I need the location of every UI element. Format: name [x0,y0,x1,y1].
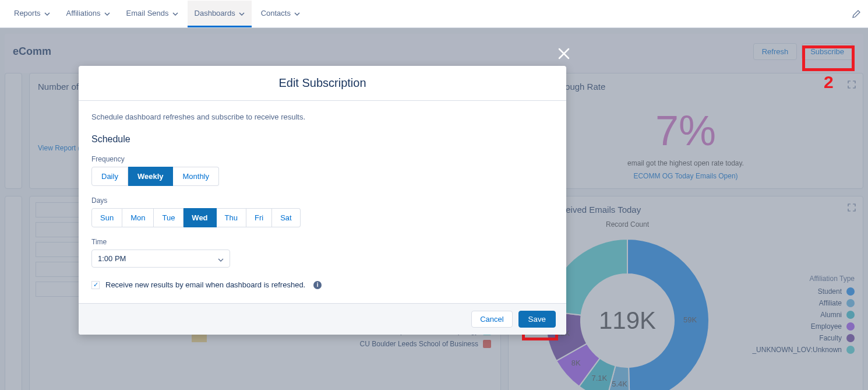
pencil-icon[interactable] [852,9,861,19]
frequency-monthly[interactable]: Monthly [173,167,219,186]
email-results-checkbox-row[interactable]: ✓ Receive new results by email when dash… [91,280,553,289]
chevron-down-icon [44,10,50,16]
frequency-daily[interactable]: Daily [91,167,128,186]
modal-footer: Cancel Save [79,303,566,335]
day-sat[interactable]: Sat [272,208,301,227]
day-mon[interactable]: Mon [122,208,154,227]
nav-dashboards[interactable]: Dashboards [188,1,252,27]
nav-reports-label: Reports [14,9,41,17]
nav-email-sends-label: Email Sends [126,9,169,17]
chevron-down-icon [104,10,110,16]
chevron-down-icon [294,10,300,16]
nav-reports[interactable]: Reports [7,1,57,27]
cancel-button[interactable]: Cancel [471,311,512,328]
top-nav: Reports Affiliations Email Sends Dashboa… [0,0,868,28]
days-label: Days [91,196,553,205]
frequency-group: DailyWeeklyMonthly [91,167,553,186]
nav-dashboards-label: Dashboards [195,9,235,17]
nav-affiliations[interactable]: Affiliations [59,1,117,27]
checkbox-checked-icon[interactable]: ✓ [91,281,100,289]
modal-section-heading: Schedule [91,134,553,145]
chevron-down-icon [218,256,224,262]
chevron-down-icon [239,10,245,16]
save-button[interactable]: Save [518,311,556,328]
days-group: SunMonTueWedThuFriSat [91,208,553,227]
nav-contacts-label: Contacts [261,9,291,17]
frequency-weekly[interactable]: Weekly [128,167,174,186]
day-sun[interactable]: Sun [91,208,122,227]
nav-affiliations-label: Affiliations [66,9,101,17]
day-wed[interactable]: Wed [184,208,216,227]
day-fri[interactable]: Fri [246,208,272,227]
time-value: 1:00 PM [98,254,126,263]
close-icon[interactable] [557,47,571,61]
edit-subscription-modal: Edit Subscription Schedule dashboard ref… [79,66,566,335]
day-thu[interactable]: Thu [217,208,246,227]
day-tue[interactable]: Tue [154,208,184,227]
chevron-down-icon [172,10,178,16]
modal-title: Edit Subscription [79,66,566,101]
modal-description: Schedule dashboard refreshes and subscri… [91,113,553,121]
nav-email-sends[interactable]: Email Sends [119,1,185,27]
nav-contacts[interactable]: Contacts [254,1,307,27]
checkbox-label: Receive new results by email when dashbo… [105,280,305,289]
time-label: Time [91,238,553,246]
frequency-label: Frequency [91,155,553,163]
info-icon[interactable]: i [313,281,322,289]
time-select[interactable]: 1:00 PM [91,250,230,268]
